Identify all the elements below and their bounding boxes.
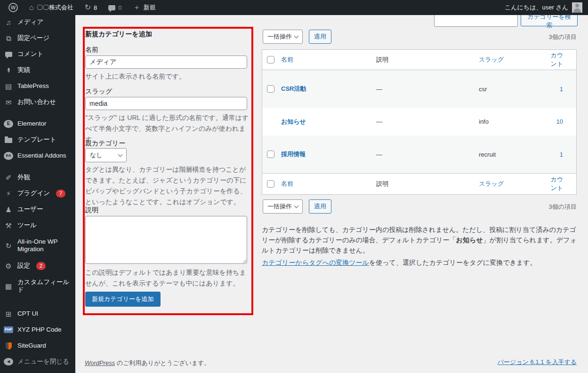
table-row: 採用情報 — recruit 1 <box>262 135 576 173</box>
parent-category-select[interactable]: なし <box>85 148 127 162</box>
categories-table: 名前 説明 スラッグ カウント CSR活動 — csr 1 お知らせ — inf… <box>262 49 577 195</box>
column-header-slug[interactable]: スラッグ <box>479 56 549 64</box>
sidebar-item-tools[interactable]: ⚒ ツール <box>0 217 75 233</box>
apply-button-top[interactable]: 適用 <box>309 30 331 44</box>
table-header-row: 名前 説明 スラッグ カウント <box>262 50 576 70</box>
add-category-submit-button[interactable]: 新規カテゴリーを追加 <box>85 292 161 307</box>
sidebar-item-custom-fields[interactable]: ▦ カスタムフィールド <box>0 274 75 298</box>
plugin-icon: ⚡ <box>4 190 13 197</box>
bulk-action-select-top[interactable]: 一括操作 <box>263 30 303 44</box>
get-version-link[interactable]: バージョン 6.1.1 を入手する <box>498 358 577 365</box>
category-to-tag-converter-link[interactable]: カテゴリーからタグへの変換ツール <box>262 259 369 266</box>
name-input[interactable] <box>85 56 247 69</box>
user-avatar[interactable] <box>572 2 582 13</box>
footer-version: バージョン 6.1.1 を入手する <box>498 358 577 366</box>
sidebar-item-all-in-one-wp-migration[interactable]: ↻ All-in-One WP Migration <box>0 233 75 258</box>
name-label: 名前 <box>85 46 98 54</box>
column-header-name[interactable]: 名前 <box>281 180 376 188</box>
category-name-link[interactable]: お知らせ <box>281 118 306 125</box>
footer-thanks: WordPress のご利用ありがとうございます。 <box>85 359 210 367</box>
home-icon: ⌂ <box>29 4 34 11</box>
category-description: — <box>376 86 479 93</box>
column-header-description: 説明 <box>376 180 479 188</box>
menu-separator <box>0 164 75 169</box>
admin-menu: ♫ メディア ⧉ 固定ページ コメント ✒ 実績 ▤ TablePress ✉ … <box>0 14 75 370</box>
essential-addons-icon: EA <box>4 152 13 160</box>
bulk-action-select-bottom[interactable]: 一括操作 <box>263 199 303 214</box>
description-textarea[interactable] <box>85 216 247 264</box>
collapse-menu[interactable]: ◀ メニューを閉じる <box>0 354 75 370</box>
category-count-link[interactable]: 1 <box>560 151 563 158</box>
sidebar-item-contact[interactable]: ✉ お問い合わせ <box>0 94 75 110</box>
pushpin-icon: ✒ <box>5 65 12 75</box>
comments-icon <box>4 52 13 57</box>
convert-note: カテゴリーからタグへの変換ツールを使って、選択したカテゴリーをタグに変換できます… <box>262 257 580 268</box>
parent-category-help-text: タグとは異なり、カテゴリーは階層構造を持つことができます。たとえば、ジャズという… <box>85 164 250 207</box>
menu-separator <box>0 298 75 306</box>
description-help-text: この説明はデフォルトではあまり重要な意味を持ちませんが、これを表示するテーマも中… <box>85 267 250 289</box>
description-label: 説明 <box>85 206 98 214</box>
add-category-title: 新規カテゴリーを追加 <box>85 30 152 39</box>
sidebar-item-elementor[interactable]: E Elementor <box>0 116 75 132</box>
updates-icon: ↻ <box>85 4 91 11</box>
column-header-name[interactable]: 名前 <box>281 56 376 64</box>
sidebar-item-cpt-ui[interactable]: ⊞ CPT UI <box>0 306 75 322</box>
apply-button-bottom[interactable]: 適用 <box>309 199 331 214</box>
category-count-link[interactable]: 1 <box>560 86 563 93</box>
sidebar-item-appearance[interactable]: ✐ 外観 <box>0 169 75 185</box>
custom-fields-icon: ▦ <box>4 283 13 290</box>
sidebar-item-pages[interactable]: ⧉ 固定ページ <box>0 30 75 46</box>
new-content-menu[interactable]: ＋ 新規 <box>129 0 160 15</box>
sidebar-item-plugins[interactable]: ⚡ プラグイン 7 <box>0 185 75 201</box>
user-icon: ♟ <box>4 206 13 213</box>
wordpress-admin-categories-page: W ⌂ 〇〇株式会社 ↻ 8 0 ＋ 新規 こんにちは、user さん <box>0 0 588 373</box>
comments-count: 0 <box>118 4 121 11</box>
sidebar-item-siteguard[interactable]: SiteGuard <box>0 338 75 354</box>
name-help-text: サイト上に表示される名前です。 <box>85 71 250 82</box>
sidebar-item-media[interactable]: ♫ メディア <box>0 14 75 30</box>
elementor-icon: E <box>4 120 13 128</box>
category-name-link[interactable]: CSR活動 <box>281 85 306 92</box>
settings-icon: ⚙ <box>4 262 13 270</box>
new-label: 新規 <box>144 3 156 12</box>
select-all-checkbox[interactable] <box>267 180 274 188</box>
category-notes: カテゴリーを削除しても、カテゴリー内の投稿は削除されません。ただし、投稿に割り当… <box>262 224 580 268</box>
sidebar-item-templates[interactable]: テンプレート <box>0 132 75 148</box>
row-checkbox[interactable] <box>267 85 274 93</box>
sidebar-item-portfolio[interactable]: ✒ 実績 <box>0 62 75 78</box>
sidebar-item-tablepress[interactable]: ▤ TablePress <box>0 78 75 94</box>
sidebar-item-settings[interactable]: ⚙ 設定 2 <box>0 258 75 274</box>
select-all-checkbox[interactable] <box>267 56 274 63</box>
user-greeting[interactable]: こんにちは、user さん <box>505 3 568 12</box>
wordpress-logo-icon: W <box>8 3 18 12</box>
wordpress-logo-menu[interactable]: W <box>5 0 22 15</box>
tools-icon: ⚒ <box>4 222 13 229</box>
sidebar-item-essential-addons[interactable]: EA Essential Addons <box>0 148 75 164</box>
migration-icon: ↻ <box>4 242 13 249</box>
category-description: — <box>376 118 479 125</box>
column-header-description: 説明 <box>376 56 479 64</box>
updates-menu[interactable]: ↻ 8 <box>81 0 101 15</box>
slug-input[interactable] <box>85 97 247 110</box>
category-count-link[interactable]: 10 <box>556 118 563 125</box>
comments-menu[interactable]: 0 <box>105 0 125 15</box>
admin-sidebar: ♫ メディア ⧉ 固定ページ コメント ✒ 実績 ▤ TablePress ✉ … <box>0 0 75 373</box>
category-slug: info <box>479 118 549 125</box>
wordpress-link[interactable]: WordPress <box>85 359 115 366</box>
row-checkbox[interactable] <box>267 151 274 158</box>
sidebar-item-xyz-php-code[interactable]: PHP XYZ PHP Code <box>0 322 75 338</box>
table-footer-row: 名前 説明 スラッグ カウント <box>262 173 576 194</box>
category-slug: csr <box>479 86 549 93</box>
column-header-slug[interactable]: スラッグ <box>479 180 549 188</box>
column-header-count[interactable]: カウント <box>549 51 576 68</box>
menu-separator <box>0 110 75 116</box>
sidebar-item-users[interactable]: ♟ ユーザー <box>0 201 75 217</box>
admin-bar-right: こんにちは、user さん <box>505 2 588 13</box>
visit-site-menu[interactable]: ⌂ 〇〇株式会社 <box>25 0 77 15</box>
grid-icon: ⊞ <box>4 310 13 317</box>
category-name-link[interactable]: 採用情報 <box>281 151 306 158</box>
column-header-count[interactable]: カウント <box>549 175 576 192</box>
sidebar-item-comments[interactable]: コメント <box>0 46 75 62</box>
site-name: 〇〇株式会社 <box>37 3 73 12</box>
folder-icon <box>4 137 13 143</box>
